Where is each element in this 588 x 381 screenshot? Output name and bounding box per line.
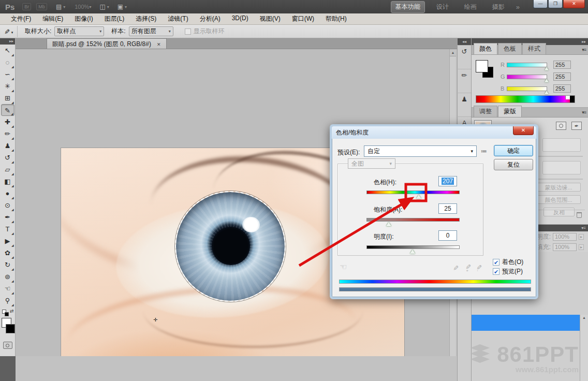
restore-button[interactable]: ❐ (548, 0, 563, 8)
add-sample-eyedropper-icon[interactable]: ✎+ (464, 264, 472, 272)
healing-brush-tool[interactable]: ✚◢ (1, 116, 14, 128)
view-extras-icon[interactable]: ▤ (56, 3, 62, 10)
tab-色板[interactable]: 色板 (498, 43, 522, 54)
bridge-button[interactable]: Br (22, 3, 31, 10)
path-selection-tool[interactable]: ▶◢ (1, 235, 14, 247)
menu-item[interactable]: 视图(V) (254, 13, 286, 24)
saturation-slider[interactable] (366, 218, 460, 222)
scroll-up-arrow-icon[interactable]: ▲ (580, 315, 588, 321)
rgb-value-field[interactable]: 255 (553, 61, 571, 69)
add-vector-mask-icon[interactable]: ✒ (571, 122, 582, 130)
marquee-tool[interactable]: ◌◢ (1, 56, 14, 68)
preset-dropdown[interactable]: 自定▾ (364, 145, 477, 157)
dodge-tool[interactable]: ⊙◢ (1, 199, 14, 211)
background-color-swatch[interactable] (6, 324, 15, 333)
rgb-gradient-slider[interactable] (507, 86, 547, 91)
color-panel-swatches[interactable] (476, 60, 496, 81)
layers-scrollbar[interactable]: ▲ (580, 315, 588, 381)
menu-item[interactable]: 滤镜(T) (162, 13, 194, 24)
zoom-tool[interactable]: ⚲◢ (1, 295, 14, 306)
panel-menu-icon[interactable]: ▾≡ (582, 110, 586, 115)
add-pixel-mask-icon[interactable] (556, 122, 566, 130)
move-tool[interactable]: ↖◢ (1, 45, 14, 56)
saturation-slider-marker-icon[interactable] (386, 222, 391, 226)
colorize-checkbox[interactable]: ✔ 着色(O) (493, 258, 523, 267)
ok-button[interactable]: 确定 (494, 145, 533, 156)
hand-tool[interactable]: ☜◢ (1, 283, 14, 295)
menu-item[interactable]: 选择(S) (130, 13, 162, 24)
mask-panel-button[interactable]: 蒙版边缘... (536, 183, 581, 192)
fill-value-field[interactable]: 100% (553, 243, 577, 251)
screen-mode-icon[interactable]: ▣ (117, 3, 123, 10)
tab-样式[interactable]: 样式 (522, 43, 546, 54)
menu-item[interactable]: 编辑(E) (37, 13, 69, 24)
tab-颜色[interactable]: 颜色 (474, 43, 497, 54)
type-tool[interactable]: T◢ (1, 223, 14, 235)
mask-panel-button[interactable]: 颜色范围... (536, 195, 581, 204)
reset-button[interactable]: 复位 (494, 159, 533, 170)
menu-item[interactable]: 文件(F) (5, 13, 37, 24)
hue-slider-marker-icon[interactable] (416, 195, 421, 199)
delete-mask-trash-icon[interactable] (577, 212, 582, 218)
minimize-button[interactable]: — (533, 0, 548, 8)
brush-presets-panel-icon[interactable]: ✏ (458, 69, 471, 81)
foreground-background-swatches[interactable] (0, 318, 15, 339)
menu-item[interactable]: 图像(I) (69, 13, 98, 24)
history-brush-tool[interactable]: ↺◢ (1, 152, 14, 164)
brush-tool[interactable]: ✏◢ (1, 128, 14, 140)
sample-eyedropper-icon[interactable]: ✎ (452, 265, 460, 271)
dialog-close-button[interactable]: ✕ (513, 126, 534, 135)
arrange-documents-icon[interactable]: ◫ (99, 3, 105, 10)
eraser-tool[interactable]: ▱◢ (1, 164, 14, 175)
3d-orbit-tool[interactable]: ⊚◢ (1, 271, 14, 283)
menu-item[interactable]: 分析(A) (194, 13, 226, 24)
rgb-gradient-slider[interactable] (507, 63, 547, 67)
preview-checkbox[interactable]: ✔ 预览(P) (493, 267, 523, 276)
blur-tool[interactable]: ●◢ (1, 187, 14, 199)
eyedropper-tool-icon[interactable]: ✎ ▾ (0, 26, 18, 37)
workspace-button-基本功能[interactable]: 基本功能 (391, 1, 425, 13)
zoom-level-control[interactable]: 100% (75, 4, 89, 10)
hue-value-field[interactable]: 207 (438, 176, 457, 186)
opacity-value-field[interactable]: 100% (553, 233, 577, 241)
gradient-tool[interactable]: ◧◢ (1, 175, 14, 187)
panel-menu-icon[interactable]: ▾≡ (582, 47, 586, 52)
menu-item[interactable]: 帮助(H) (320, 13, 352, 24)
slider-marker-icon[interactable] (545, 79, 549, 82)
tab-蒙版[interactable]: 蒙版 (498, 106, 522, 117)
fill-arrow-icon[interactable]: ▸ (579, 244, 584, 250)
on-image-adjustment-icon[interactable]: ☜ (340, 262, 347, 272)
quick-selection-tool[interactable]: ✳◢ (1, 80, 14, 92)
scroll-up-arrow-icon[interactable]: ▲ (450, 49, 456, 56)
clone-source-panel-icon[interactable]: ♟ (458, 93, 471, 105)
more-workspaces-chevron[interactable]: » (516, 3, 520, 11)
document-tab[interactable]: 眼睛.psd @ 152% (图层 0, RGB/8#) ✕ (47, 38, 167, 49)
lightness-value-field[interactable]: 0 (438, 230, 457, 241)
history-panel-icon[interactable]: ↺ (458, 45, 471, 57)
mini-bridge-button[interactable]: Mb (36, 3, 47, 10)
sample-layers-dropdown[interactable]: 所有图层▾ (129, 26, 173, 36)
collapse-strip-header[interactable]: ◂◂ (458, 38, 471, 45)
tab-close-icon[interactable]: ✕ (155, 41, 163, 48)
crop-tool[interactable]: ⊞◢ (1, 92, 14, 104)
hue-slider[interactable] (366, 190, 460, 194)
workspace-button-绘画[interactable]: 绘画 (460, 2, 481, 12)
rgb-value-field[interactable]: 255 (553, 72, 571, 81)
channel-dropdown[interactable]: 全图▾ (348, 158, 395, 169)
pen-tool[interactable]: ✒◢ (1, 211, 14, 223)
rgb-value-field[interactable]: 255 (553, 84, 571, 93)
menu-item[interactable]: 图层(L) (99, 13, 130, 24)
custom-shape-tool[interactable]: ✿◢ (1, 247, 14, 259)
sample-size-dropdown[interactable]: 取样点▾ (54, 26, 104, 36)
rgb-gradient-slider[interactable] (507, 75, 547, 79)
lasso-tool[interactable]: ∽◢ (1, 68, 14, 80)
tab-调整[interactable]: 调整 (474, 106, 497, 117)
clone-stamp-tool[interactable]: ♟◢ (1, 140, 14, 152)
eyedropper-tool[interactable]: ✎◢ (1, 104, 14, 116)
lightness-slider-marker-icon[interactable] (410, 250, 415, 254)
mask-panel-button[interactable]: 反相 (543, 208, 575, 216)
3d-rotate-tool[interactable]: ↻◢ (1, 259, 14, 271)
menu-item[interactable]: 窗口(W) (286, 13, 320, 24)
slider-marker-icon[interactable] (545, 91, 549, 94)
slider-marker-icon[interactable] (545, 67, 549, 70)
